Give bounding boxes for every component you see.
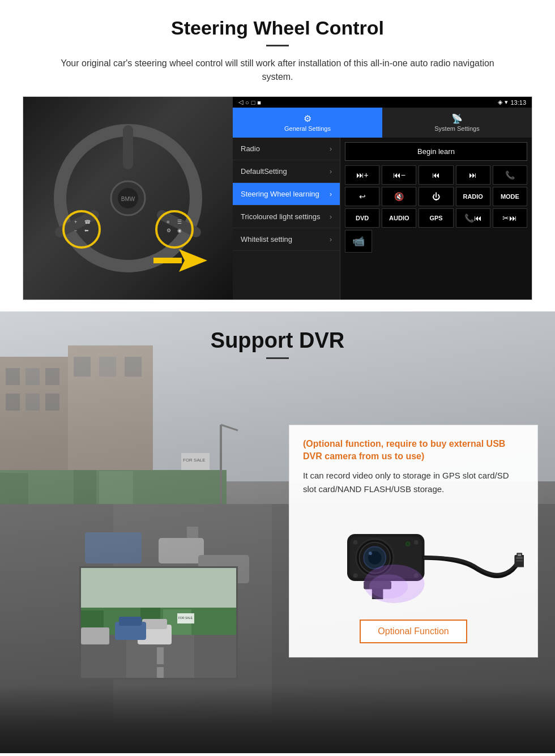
thumbnail-inner: FOR SALE [81, 568, 236, 678]
wifi-icon: ▾ [505, 99, 508, 106]
android-content: Radio › DefaultSetting › Steering Wheel … [233, 138, 532, 300]
svg-text:⬅: ⬅ [84, 228, 89, 233]
hangup-button[interactable]: ↩ [345, 187, 379, 206]
menu-item-steering[interactable]: Steering Wheel learning › [233, 183, 340, 206]
menu-item-tricoloured[interactable]: Tricoloured light settings › [233, 206, 340, 228]
svg-rect-22 [25, 368, 40, 385]
call-prev-button[interactable]: 📞⏮ [456, 208, 490, 228]
svg-point-62 [369, 574, 408, 599]
svg-text:⚙: ⚙ [166, 228, 171, 233]
svg-rect-82 [157, 647, 164, 664]
mute-button[interactable]: 🔇 [382, 187, 416, 206]
svg-text:BMW: BMW [121, 196, 135, 202]
svg-rect-81 [119, 617, 142, 626]
tab-general-settings[interactable]: ⚙ General Settings [233, 108, 382, 138]
svg-rect-35 [99, 471, 133, 504]
call-button[interactable]: 📞 [493, 165, 527, 185]
svg-rect-41 [159, 538, 204, 563]
chevron-icon: › [330, 145, 332, 153]
dvr-title-area: Support DVR [0, 311, 555, 368]
dvr-section: FOR SALE Support DVR (Optional function,… [0, 311, 555, 753]
svg-rect-21 [6, 368, 20, 385]
ui-screenshot: BMW + − ☎ ⬅ ≡ ⚙ ☰ ◉ [23, 96, 532, 300]
svg-text:−: − [74, 228, 77, 233]
svg-rect-75 [194, 608, 238, 636]
svg-point-68 [405, 541, 410, 546]
svg-point-55 [353, 540, 358, 545]
svg-rect-66 [516, 557, 523, 559]
menu-item-whitelist[interactable]: Whitelist setting › [233, 228, 340, 251]
android-statusbar: ◁ ○ □ ■ ◈ ▾ 13:13 [233, 97, 532, 108]
dvr-bottom-dark [0, 685, 555, 753]
svg-rect-25 [25, 394, 40, 411]
clock: 13:13 [510, 99, 526, 106]
gps-button[interactable]: GPS [419, 208, 453, 228]
thumbnail-svg: FOR SALE [81, 568, 238, 680]
android-control-panel: Begin learn ⏭+ ⏮− ⏮ ⏭ 📞 ↩ 🔇 ⏻ [340, 138, 532, 300]
location-icon: ◈ [498, 99, 502, 106]
mode-button[interactable]: MODE [493, 187, 527, 206]
svg-text:FOR SALE: FOR SALE [178, 616, 193, 620]
svg-rect-26 [45, 394, 59, 411]
chevron-icon: › [330, 236, 332, 244]
dvd-button[interactable]: DVD [345, 208, 379, 228]
dvr-camera-svg [303, 505, 524, 607]
menu-item-radio[interactable]: Radio › [233, 138, 340, 160]
statusbar-nav-icons: ◁ ○ □ ■ [238, 99, 261, 106]
android-ui: ◁ ○ □ ■ ◈ ▾ 13:13 ⚙ General Settings [233, 97, 532, 300]
svg-rect-33 [31, 472, 71, 504]
optional-function-button[interactable]: Optional Function [360, 620, 467, 643]
vol-down-button[interactable]: ⏮− [382, 165, 416, 185]
menu-item-whitelist-label: Whitelist setting [241, 235, 292, 244]
menu-item-radio-label: Radio [241, 144, 260, 153]
dvr-info-card: (Optional function, require to buy exter… [289, 425, 538, 657]
back-icon: ◁ [238, 99, 243, 106]
menu-item-tricoloured-label: Tricoloured light settings [241, 212, 320, 221]
power-button[interactable]: ⏻ [419, 187, 453, 206]
menu-icon: ■ [257, 99, 261, 106]
system-settings-icon: 📡 [385, 113, 529, 124]
svg-text:+: + [74, 219, 77, 225]
title-divider [266, 45, 289, 46]
begin-learn-button[interactable]: Begin learn [345, 142, 527, 161]
steering-subtitle: Your original car's steering wheel contr… [45, 57, 510, 84]
recents-icon: □ [251, 99, 255, 106]
dvr-button[interactable]: 📹 [345, 230, 372, 253]
menu-item-steering-label: Steering Wheel learning [241, 190, 319, 198]
tab-general-settings-label: General Settings [284, 125, 331, 132]
tab-system-settings[interactable]: 📡 System Settings [382, 108, 532, 138]
svg-rect-84 [81, 627, 109, 644]
begin-learn-row: Begin learn [345, 142, 527, 161]
audio-button[interactable]: AUDIO [382, 208, 416, 228]
vol-up-button[interactable]: ⏭+ [345, 165, 379, 185]
menu-item-default[interactable]: DefaultSetting › [233, 160, 340, 183]
svg-text:≡: ≡ [166, 219, 169, 225]
next-button[interactable]: ⏭ [456, 165, 490, 185]
home-icon: ○ [245, 99, 249, 106]
general-settings-icon: ⚙ [236, 113, 379, 124]
svg-rect-43 [85, 532, 142, 563]
chevron-icon: › [330, 213, 332, 221]
svg-marker-17 [179, 249, 207, 272]
radio-button[interactable]: RADIO [456, 187, 490, 206]
dvr-divider [266, 357, 289, 359]
control-grid-row3: DVD AUDIO GPS 📞⏮ ✂⏭ [345, 208, 527, 228]
svg-rect-32 [0, 473, 28, 504]
dvr-icon: 📹 [352, 235, 365, 247]
svg-point-54 [369, 552, 372, 555]
dvr-icon-row: 📹 [345, 230, 527, 253]
dvr-title: Support DVR [0, 328, 555, 353]
svg-point-56 [414, 540, 419, 545]
svg-rect-67 [516, 560, 523, 562]
svg-text:☎: ☎ [84, 219, 91, 225]
svg-rect-18 [153, 258, 182, 263]
prev-button[interactable]: ⏮ [419, 165, 453, 185]
cut-next-button[interactable]: ✂⏭ [493, 208, 527, 228]
steering-photo: BMW + − ☎ ⬅ ≡ ⚙ ☰ ◉ [23, 97, 233, 300]
statusbar-status-icons: ◈ ▾ 13:13 [498, 99, 526, 106]
chevron-icon: › [330, 168, 332, 176]
dvr-thumbnail: FOR SALE [79, 566, 238, 680]
svg-text:FOR SALE: FOR SALE [183, 458, 206, 463]
steering-section: Steering Wheel Control Your original car… [0, 0, 555, 311]
dvr-camera-art [303, 505, 524, 607]
